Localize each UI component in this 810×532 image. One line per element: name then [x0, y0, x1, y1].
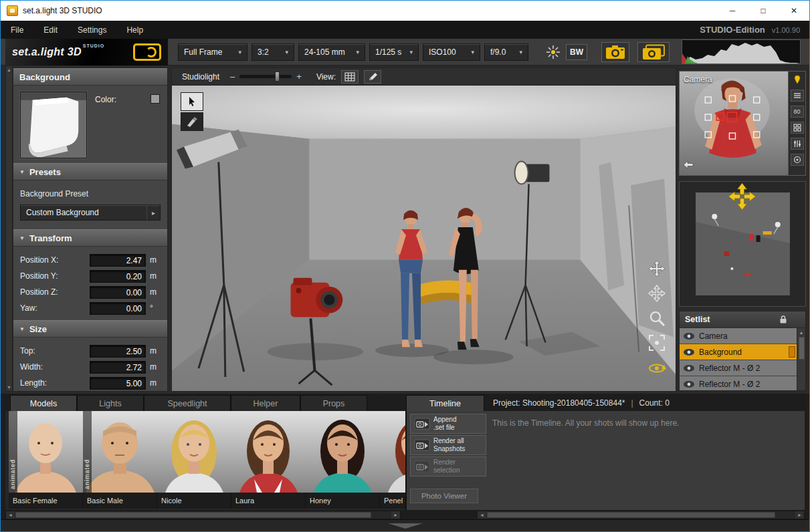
render-all-snapshots-button[interactable]: Render allSnapshots [410, 435, 486, 455]
background-color-swatch[interactable] [150, 94, 160, 104]
scroll-up-icon[interactable]: ▲ [7, 68, 11, 72]
model-card-laura[interactable]: Laura [231, 411, 306, 509]
fit-view-icon[interactable] [647, 334, 666, 352]
model-name: Basic Female [9, 493, 82, 509]
iso-select[interactable]: ISO100 ▾ [423, 43, 480, 61]
orbit-icon[interactable] [647, 358, 666, 377]
scroll-right-icon[interactable]: ▸ [795, 511, 804, 519]
scroll-thumb[interactable] [15, 512, 371, 518]
move-icon[interactable] [647, 259, 666, 278]
take-photo-button[interactable] [601, 42, 629, 62]
length-input[interactable]: 5.00 [90, 377, 146, 390]
studiolight-plus-button[interactable]: + [296, 72, 302, 82]
af-grid-button[interactable] [791, 122, 804, 134]
model-card-basic-female[interactable]: animated Basic Female [9, 411, 83, 509]
setlist-scrollbar[interactable]: ▲ ▼ [797, 328, 805, 390]
scroll-right-icon[interactable]: ▸ [391, 511, 400, 519]
collapse-chevron-icon[interactable] [388, 523, 423, 529]
model-card-nicole[interactable]: Nicole [157, 411, 231, 509]
tab-props[interactable]: Props [300, 395, 367, 411]
background-preset-select[interactable]: Custom Background ▸ [20, 205, 161, 221]
yaw-input[interactable]: 0.00 [90, 302, 146, 315]
presets-section-header[interactable]: ▼ Presets [13, 163, 167, 180]
shutter-speed-select[interactable]: 1/125 s ▾ [369, 43, 419, 61]
size-section-header[interactable]: ▼ Size [13, 320, 167, 338]
scroll-thumb[interactable] [487, 512, 775, 518]
aspect-ratio-select[interactable]: 3:2 ▾ [251, 43, 294, 61]
eye-icon[interactable] [683, 364, 695, 372]
lock-icon[interactable] [779, 315, 788, 324]
scroll-left-icon[interactable]: ◂ [6, 511, 15, 519]
pointer-tool-button[interactable] [181, 92, 203, 111]
maximize-button[interactable]: □ [748, 1, 779, 21]
menu-settings[interactable]: Settings [68, 21, 116, 39]
position-x-input[interactable]: 2.47 [90, 254, 146, 267]
black-white-toggle[interactable]: BW [566, 44, 587, 60]
eye-icon[interactable] [683, 380, 695, 388]
close-button[interactable]: ✕ [779, 1, 809, 21]
exposure-sliders-button[interactable] [791, 138, 804, 150]
scroll-left-icon[interactable]: ◂ [478, 511, 486, 519]
focus-target-button[interactable] [791, 154, 804, 166]
drag-handle[interactable] [789, 346, 795, 358]
tab-timeline[interactable]: Timeline [406, 395, 484, 411]
camera-preview-image[interactable] [680, 72, 789, 175]
setlist-item-reflector-1[interactable]: Reflector M - Ø 2 [680, 360, 797, 376]
render-selection-button[interactable]: Renderselection [410, 456, 486, 477]
setlist-item-reflector-2[interactable]: Reflector M - Ø 2 [680, 376, 797, 391]
studio-scene-3d[interactable] [172, 86, 676, 391]
separator: | [631, 398, 633, 408]
tab-helper[interactable]: Helper [231, 395, 300, 411]
timeline-scrollbar[interactable]: ◂ ▸ [477, 511, 805, 519]
minimize-button[interactable]: ─ [717, 1, 748, 21]
scroll-thumb[interactable] [799, 337, 805, 360]
eye-icon[interactable] [683, 332, 695, 340]
brush-tool-button[interactable] [181, 112, 203, 131]
menu-edit[interactable]: Edit [33, 21, 68, 39]
setlist-item-camera[interactable]: Camera [680, 328, 797, 344]
menu-help[interactable]: Help [116, 21, 153, 39]
top-view-panel[interactable] [679, 181, 806, 307]
tab-speedlight[interactable]: Speedlight [144, 395, 231, 411]
background-thumbnail[interactable] [20, 92, 87, 158]
pan-icon[interactable] [647, 284, 666, 303]
lens-select[interactable]: 24-105 mm ▾ [298, 43, 365, 61]
grid-view-button[interactable] [341, 70, 359, 84]
setlist-item-background[interactable]: Background [680, 344, 797, 360]
tab-lights[interactable]: Lights [77, 395, 144, 411]
top-input[interactable]: 2.50 [90, 345, 146, 358]
studiolight-slider[interactable] [239, 75, 292, 78]
model-card-honey[interactable]: Honey [306, 411, 380, 509]
model-card-basic-male[interactable]: animated Basic Male [83, 411, 157, 509]
aperture-select[interactable]: f/9.0 ▾ [484, 43, 528, 61]
tab-models[interactable]: Models [10, 395, 77, 411]
position-y-input[interactable]: 0.20 [90, 270, 146, 283]
models-scrollbar[interactable]: ◂ ▸ [5, 511, 401, 519]
photo-viewer-button[interactable]: Photo Viewer [410, 489, 478, 503]
append-set-file-button[interactable]: Append.set file [410, 414, 486, 434]
studiolight-minus-button[interactable]: – [230, 72, 235, 82]
modeling-light-button[interactable] [546, 45, 561, 59]
sketch-view-button[interactable] [364, 70, 381, 84]
scroll-down-icon[interactable]: ▼ [7, 385, 11, 390]
position-z-input[interactable]: 0.00 [90, 286, 146, 299]
frame-format-select[interactable]: Full Frame ▾ [178, 43, 247, 61]
panel-collapse-strip[interactable] [1, 519, 809, 531]
scroll-up-icon[interactable]: ▲ [799, 328, 804, 337]
menu-file[interactable]: File [1, 21, 33, 39]
iso-quick-button[interactable]: 80 [791, 106, 804, 118]
left-panel-scrollbar[interactable]: ▲ ▼ [5, 65, 13, 392]
take-series-button[interactable] [637, 42, 670, 62]
model-card-penel[interactable]: Penel [380, 411, 405, 509]
width-input[interactable]: 2.72 [90, 361, 146, 374]
af-list-button[interactable] [791, 90, 804, 102]
preview-back-button[interactable] [683, 160, 694, 172]
setlist-header: Setlist [680, 311, 805, 328]
pin-button[interactable] [791, 74, 804, 86]
timeline-buttons: Append.set file Render allSnapshots Rend… [410, 414, 486, 478]
modeling-light-icon [546, 45, 561, 59]
eye-icon[interactable] [683, 348, 695, 356]
zoom-icon[interactable] [647, 309, 666, 327]
transform-section-header[interactable]: ▼ Transform [13, 229, 167, 247]
studiolight-slider-handle[interactable] [275, 72, 280, 82]
